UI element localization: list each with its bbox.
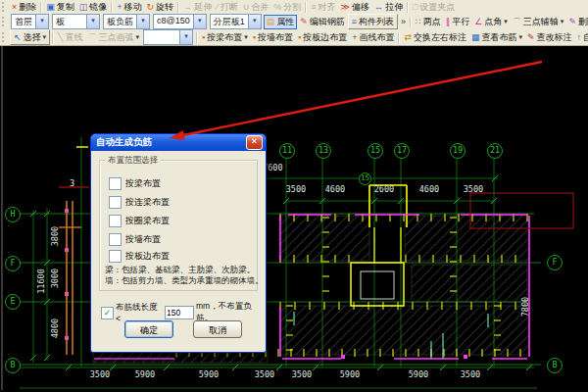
delete-button[interactable]: ×删除 — [10, 1, 38, 14]
checkbox-box[interactable] — [109, 177, 122, 190]
close-icon[interactable]: × — [246, 135, 263, 150]
edit-rebar-icon: ✎ — [300, 18, 308, 26]
edit-rebar-button[interactable]: ✎编辑钢筋 — [298, 16, 347, 28]
rebar-spec-select[interactable]: c8@150▾ — [153, 14, 207, 29]
ok-button[interactable]: 确定 — [124, 320, 173, 338]
move-icon: + — [117, 3, 122, 12]
rebar-type-select[interactable]: 板负筋▾ — [103, 14, 150, 29]
swap-icon: ⇄ — [404, 33, 412, 42]
properties-button[interactable]: ▤属性 — [264, 15, 298, 29]
chevron-down-icon[interactable]: ▾ — [504, 18, 508, 25]
select-button[interactable]: ↖选择▾ — [10, 29, 50, 45]
empty-combo[interactable]: ▾ — [143, 29, 193, 45]
by-beam-icon: ▪ — [202, 33, 205, 42]
check-annotation-button[interactable]: ✎查改标注 — [525, 31, 574, 44]
dim-bottom-5: 3500 — [288, 369, 316, 379]
dim-left-1: 3800 — [50, 224, 60, 248]
length-checkbox[interactable]: ✓ — [101, 307, 114, 319]
auto-generate-negative-rebar-button[interactable]: ↑自动生成负筋 — [575, 31, 588, 44]
point-angle-button[interactable]: ∠点角▾ — [472, 16, 510, 28]
scope-groupbox-legend: 布置范围选择 — [105, 155, 161, 167]
swap-left-right-annotation-button[interactable]: ⇄交换左右标注 — [402, 31, 468, 44]
arrange-by-wall-button[interactable]: ▪按墙布置 — [251, 31, 295, 44]
parallel-axis-button[interactable]: ∥平行 — [444, 16, 472, 28]
cad-drawing-area[interactable]: 11 13 15 17 19 21 15 H F E B F B 37600 3… — [0, 0, 588, 392]
length-input[interactable] — [165, 306, 194, 319]
dim-bottom-8: 3500 — [457, 369, 484, 379]
axis-bubble-B-left: B — [5, 358, 21, 373]
checkbox-box[interactable] — [109, 250, 122, 263]
checkbox-by-coupling-beam[interactable]: 按连梁布置 — [109, 196, 170, 209]
chevron-down-icon[interactable]: ▾ — [248, 15, 261, 28]
chevron-down-icon[interactable]: ▾ — [136, 15, 149, 28]
view-rebar-button[interactable]: ▦查看布筋▾ — [469, 31, 524, 44]
toolbar-overflow-icon[interactable]: » — [399, 17, 408, 26]
dim-right: 7800 — [520, 293, 530, 320]
axis-bubble-13: 13 — [316, 143, 331, 159]
delete-icon: × — [12, 3, 17, 12]
stretch-button[interactable]: ↔拉伸 — [372, 1, 405, 14]
cancel-button[interactable]: 取消 — [193, 320, 242, 338]
checkbox-by-wall[interactable]: 按墙布置 — [109, 233, 161, 246]
chevron-down-icon[interactable]: ▾ — [561, 18, 564, 25]
separator — [398, 32, 400, 43]
extend-button: →延伸 — [181, 1, 214, 14]
checkbox-box[interactable] — [109, 196, 122, 209]
separator — [410, 17, 412, 27]
element-select[interactable]: 板▾ — [52, 14, 100, 29]
toolbar-grip[interactable] — [2, 2, 7, 12]
delete-aux-axis-button[interactable]: ✎删除辅轴 — [566, 16, 588, 28]
separator — [52, 32, 54, 43]
rotate-icon: ↻ — [147, 3, 155, 12]
toolbar-grip[interactable] — [2, 32, 7, 42]
break-button: ∕打断 — [215, 1, 240, 14]
auto-generate-icon: ↑ — [577, 33, 582, 42]
align-button: ≡对齐 — [309, 1, 337, 14]
chevron-down-icon[interactable]: ▾ — [193, 15, 206, 28]
arc-icon: ⌒ — [87, 33, 96, 42]
checkbox-by-slab-edge[interactable]: 按板边布置 — [109, 250, 170, 263]
checkbox-by-beam[interactable]: 按梁布置 — [109, 177, 161, 190]
offset-button[interactable]: ≫偏移 — [339, 1, 371, 14]
draw-line-arrange-button[interactable]: +画线布置 — [350, 31, 396, 44]
chevron-down-icon[interactable]: ▾ — [244, 33, 248, 41]
dim-top-2: 4600 — [320, 184, 350, 194]
check-icon: ✓ — [104, 308, 112, 318]
dim-bottom-6: 5900 — [336, 369, 364, 379]
checkbox-box[interactable] — [109, 233, 122, 246]
layer-select[interactable]: 分层板1▾ — [210, 14, 262, 29]
checkbox-box[interactable] — [109, 215, 122, 227]
arrange-by-beam-button[interactable]: ▪按梁布置▾ — [200, 31, 250, 44]
select-cursor-icon: ↖ — [14, 33, 22, 42]
checkbox-by-ring-beam[interactable]: 按圈梁布置 — [109, 215, 170, 227]
chevron-down-icon[interactable]: ▾ — [179, 30, 192, 44]
dim-bottom-2: 5900 — [131, 369, 159, 379]
separator — [407, 2, 409, 13]
move-button[interactable]: +移动 — [115, 1, 143, 14]
by-wall-icon: ▪ — [253, 33, 256, 42]
delete-axis-icon: ✎ — [568, 18, 576, 26]
arrange-by-slab-edge-button[interactable]: ▪按板边布置 — [296, 31, 349, 44]
toolbar-grip[interactable] — [2, 17, 7, 26]
auto-generate-negative-rebar-dialog: 自动生成负筋 × 布置范围选择 按梁布置 按连梁布置 按圈梁布置 按墙布置 按板… — [90, 133, 267, 353]
copy-button[interactable]: ▣复制 — [44, 1, 76, 14]
three-point-aux-axis-button[interactable]: ⌒三点辅轴▾ — [511, 16, 566, 28]
split-button: %分割 — [271, 1, 303, 14]
rotate-button[interactable]: ↻旋转 — [145, 1, 176, 14]
dim-partial: 3 — [70, 178, 74, 188]
chevron-down-icon[interactable]: ▾ — [86, 15, 99, 28]
two-point-axis-button[interactable]: ∷两点 — [414, 16, 443, 28]
dialog-titlebar[interactable]: 自动生成负筋 × — [91, 134, 266, 151]
checkbox-label: 按连梁布置 — [125, 196, 170, 209]
axis-bubble-17: 17 — [394, 143, 410, 159]
floor-select[interactable]: 首层▾ — [11, 14, 49, 29]
parallel-icon: ∥ — [446, 18, 451, 26]
checkbox-label: 按圈梁布置 — [125, 215, 170, 227]
component-list-button[interactable]: ≡构件列表 — [348, 14, 398, 29]
mirror-button[interactable]: ◫镜像 — [77, 1, 110, 14]
chevron-down-icon[interactable]: ▾ — [518, 33, 522, 41]
break-icon: ∕ — [217, 3, 219, 12]
separator — [305, 2, 307, 13]
chevron-down-icon[interactable]: ▾ — [43, 33, 47, 41]
chevron-down-icon[interactable]: ▾ — [35, 15, 48, 28]
